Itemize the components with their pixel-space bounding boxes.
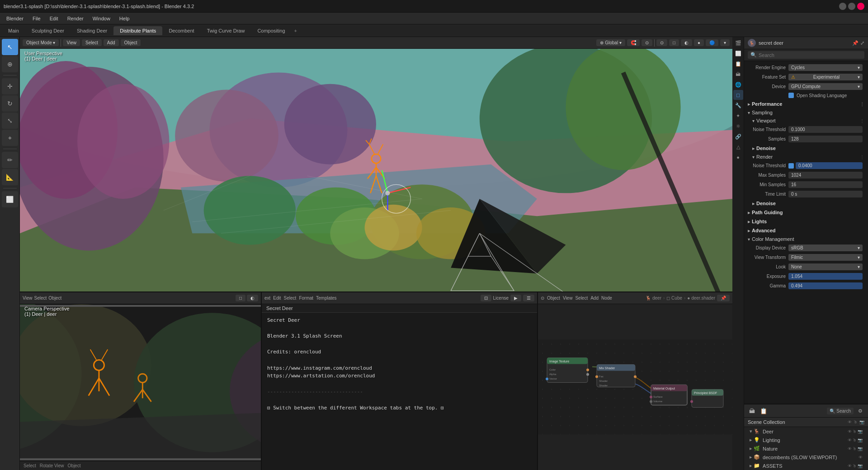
performance-section-header[interactable]: ▸ Performance ⋮ <box>744 99 868 108</box>
sc-item-nature[interactable]: ▸ 🌿 Nature 👁 🖱 📷 <box>744 444 868 453</box>
te-wrap-btn[interactable]: ⊡ <box>481 295 491 301</box>
sc-item-assets[interactable]: ▸ 📁 ASSETS 👁 🖱 📷 <box>744 461 868 470</box>
sc-lighting-cam[interactable]: 📷 <box>858 438 863 442</box>
add-object-button[interactable]: ⬜ <box>2 191 18 207</box>
object-label[interactable]: Object <box>68 463 81 468</box>
te-text-menu[interactable]: ext <box>264 296 270 301</box>
render-noise-threshold-checkbox[interactable] <box>788 163 794 169</box>
shading-solid[interactable]: ◐ <box>681 39 692 46</box>
sampling-section-header[interactable]: ▾ Sampling <box>744 108 868 117</box>
modifier-properties-icon[interactable]: 🔧 <box>733 100 743 110</box>
sc-item-lighting[interactable]: ▸ 💡 Lighting 👁 🖱 📷 <box>744 436 868 444</box>
noise-threshold-value[interactable]: 0.1000 <box>788 126 863 133</box>
br-search-box[interactable]: 🔍 Search <box>827 408 854 414</box>
output-properties-icon[interactable]: ⬜ <box>733 48 743 58</box>
te-run-btn[interactable]: ▶ <box>510 295 521 301</box>
shading-options[interactable]: ▾ <box>720 39 730 46</box>
shading-wireframe[interactable]: □ <box>669 39 679 46</box>
scene-properties-icon[interactable]: 🏔 <box>733 69 743 79</box>
select-tool-button[interactable]: ↖ <box>2 39 18 55</box>
top-viewport[interactable]: Object Mode ▾ View Select Add Object ⊕ G… <box>20 37 732 292</box>
sc-nature-vis[interactable]: 👁 <box>848 446 852 451</box>
device-select[interactable]: GPU Compute ▾ <box>788 83 863 90</box>
sc-nature-sel[interactable]: 🖱 <box>853 446 857 451</box>
samples-value[interactable]: 128 <box>788 136 863 142</box>
performance-options-icon[interactable]: ⋮ <box>860 102 864 107</box>
cursor-tool-button[interactable]: ⊕ <box>2 56 18 72</box>
min-samples-value[interactable]: 16 <box>788 181 863 188</box>
sc-lighting-sel[interactable]: 🖱 <box>853 438 857 442</box>
select-label[interactable]: Select <box>24 463 36 468</box>
maximize-button[interactable] <box>848 3 855 10</box>
user-avatar[interactable]: 🦌 <box>748 39 756 47</box>
te-license-btn[interactable]: License <box>493 296 509 301</box>
time-limit-value[interactable]: 0 s <box>788 191 863 197</box>
lights-header[interactable]: ▸ Lights <box>744 217 868 226</box>
move-tool-button[interactable]: ✛ <box>2 78 18 94</box>
menu-file[interactable]: File <box>28 14 45 23</box>
color-management-header[interactable]: ▾ Color Management <box>744 235 868 243</box>
br-filter-icon[interactable]: ⚙ <box>855 406 865 416</box>
ne-add-menu[interactable]: Select <box>575 296 588 301</box>
global-transform-button[interactable]: ⊕ Global ▾ <box>596 39 625 46</box>
denoise1-header[interactable]: ▸ Denoise <box>744 144 868 153</box>
render-properties-icon[interactable]: 🎬 <box>733 38 743 48</box>
ne-select-menu[interactable]: View <box>563 296 573 301</box>
render-noise-threshold-value[interactable]: 0.0400 <box>796 162 863 169</box>
sc-assets-vis[interactable]: 👁 <box>848 464 852 468</box>
cam-object-menu[interactable]: Object <box>48 296 61 301</box>
tab-decombent[interactable]: Decombent <box>162 26 200 35</box>
sc-assets-sel[interactable]: 🖱 <box>853 464 857 468</box>
scale-tool-button[interactable]: ⤡ <box>2 113 18 129</box>
sc-lighting-vis[interactable]: 👁 <box>848 438 852 442</box>
tab-compositing[interactable]: Compositing <box>251 26 291 35</box>
rotate-tool-button[interactable]: ↻ <box>2 95 18 112</box>
constraints-icon[interactable]: 🔗 <box>733 132 743 141</box>
path-guiding-header[interactable]: ▸ Path Guiding <box>744 208 868 217</box>
object-menu-button[interactable]: Object <box>121 39 141 46</box>
menu-edit[interactable]: Edit <box>45 14 63 23</box>
sc-deer-cam[interactable]: 📷 <box>858 429 863 434</box>
te-line-numbers[interactable]: ☰ <box>523 295 534 301</box>
look-select[interactable]: None ▾ <box>788 263 863 270</box>
menu-window[interactable]: Window <box>88 14 115 23</box>
br-icon-1[interactable]: 🏔 <box>747 406 757 416</box>
annotate-tool-button[interactable]: ✏ <box>2 152 18 168</box>
data-icon[interactable]: △ <box>733 142 743 152</box>
add-workspace-button[interactable]: + <box>292 28 300 33</box>
ne-node-menu[interactable]: Add <box>590 296 599 301</box>
add-menu-button[interactable]: Add <box>104 39 119 46</box>
menu-blender[interactable]: Blender <box>2 14 28 23</box>
ne-node-menu2[interactable]: Node <box>601 296 612 301</box>
cam-shading-solid[interactable]: ◐ <box>247 295 258 301</box>
feature-set-select[interactable]: ⚠ Experimental ▾ <box>788 74 863 80</box>
shading-rendered[interactable]: 🔵 <box>706 39 718 46</box>
sc-nature-cam[interactable]: 📷 <box>858 446 863 451</box>
exposure-value[interactable]: 1.054 <box>788 273 863 280</box>
ne-pin-btn[interactable]: 📌 <box>717 295 730 301</box>
search-input[interactable] <box>759 52 862 58</box>
physics-icon[interactable]: ⚛ <box>733 121 743 131</box>
view-layer-icon[interactable]: 📋 <box>733 59 743 69</box>
render-subsection-header[interactable]: ▾ Render ⋮ <box>744 153 868 161</box>
ne-breadcrumb-cube[interactable]: ◻ Cube <box>666 296 682 301</box>
te-edit-menu[interactable]: Edit <box>273 296 281 301</box>
sc-item-deer[interactable]: ▾ 🦌 Deer 👁 🖱 📷 <box>744 427 868 436</box>
sc-assets-cam[interactable]: 📷 <box>858 464 863 468</box>
te-templates-menu[interactable]: Templates <box>316 296 337 301</box>
sc-item-decombents[interactable]: ▸ 📦 decombents (SLOW VIEWPORT) 👁 <box>744 453 868 461</box>
expand-icon[interactable]: ⤢ <box>860 40 864 46</box>
tab-main[interactable]: Main <box>2 26 25 35</box>
camera-viewport[interactable]: View Select Object □ ◐ Camera Perspectiv… <box>20 292 262 470</box>
tab-sculpting-deer[interactable]: Sculpting Deer <box>25 26 71 35</box>
proportional-button[interactable]: ⊙ <box>642 39 652 46</box>
world-properties-icon[interactable]: 🌐 <box>733 80 743 89</box>
menu-render[interactable]: Render <box>63 14 88 23</box>
cam-shading-wireframe[interactable]: □ <box>236 295 245 301</box>
object-mode-button[interactable]: Object Mode ▾ <box>23 39 59 46</box>
view-menu-button[interactable]: View <box>63 39 80 46</box>
br-icon-2[interactable]: 📋 <box>759 406 769 416</box>
render-engine-select[interactable]: Cycles ▾ <box>788 64 863 71</box>
ne-breadcrumb-shader[interactable]: ● deer.shader <box>687 296 715 301</box>
rotate-view-label[interactable]: Rotate View <box>40 463 64 468</box>
